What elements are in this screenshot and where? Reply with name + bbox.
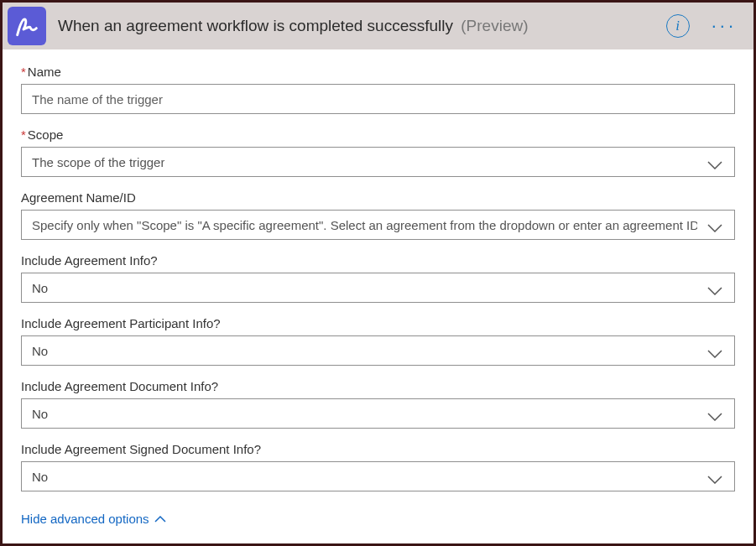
include-document-select[interactable]: No xyxy=(21,398,735,429)
scope-label: *Scope xyxy=(21,127,735,142)
info-button[interactable]: i xyxy=(666,14,690,38)
more-menu-button[interactable]: ··· xyxy=(708,15,740,37)
include-info-select[interactable]: No xyxy=(21,273,735,303)
include-participant-label: Include Agreement Participant Info? xyxy=(21,316,735,330)
form-body: *Name *Scope The scope of the trigger Ag… xyxy=(3,49,753,535)
title-text: When an agreement workflow is completed … xyxy=(58,17,453,34)
adobe-sign-icon xyxy=(8,7,46,45)
chevron-down-icon xyxy=(707,409,722,418)
name-label: *Name xyxy=(21,65,735,79)
field-include-document: Include Agreement Document Info? No xyxy=(21,379,735,429)
card-header: When an agreement workflow is completed … xyxy=(3,3,753,49)
include-participant-select[interactable]: No xyxy=(21,335,735,366)
chevron-down-icon xyxy=(707,472,722,481)
name-input[interactable] xyxy=(21,84,735,114)
hide-advanced-options-link[interactable]: Hide advanced options xyxy=(21,512,166,526)
include-signed-label: Include Agreement Signed Document Info? xyxy=(21,442,735,456)
chevron-down-icon xyxy=(707,346,722,355)
chevron-up-icon xyxy=(154,515,166,523)
field-name: *Name xyxy=(21,65,735,114)
field-scope: *Scope The scope of the trigger xyxy=(21,127,735,177)
include-info-label: Include Agreement Info? xyxy=(21,253,735,268)
field-include-signed: Include Agreement Signed Document Info? … xyxy=(21,442,735,491)
field-agreement: Agreement Name/ID Specify only when "Sco… xyxy=(21,190,735,240)
agreement-label: Agreement Name/ID xyxy=(21,190,735,205)
title-suffix: (Preview) xyxy=(461,17,528,34)
agreement-select[interactable]: Specify only when "Scope" is "A specific… xyxy=(21,210,735,240)
scope-select[interactable]: The scope of the trigger xyxy=(21,147,735,177)
include-signed-select[interactable]: No xyxy=(21,461,735,491)
chevron-down-icon xyxy=(707,221,722,229)
include-document-label: Include Agreement Document Info? xyxy=(21,379,735,393)
chevron-down-icon xyxy=(707,158,722,166)
card-title: When an agreement workflow is completed … xyxy=(58,17,666,35)
chevron-down-icon xyxy=(707,283,722,292)
field-include-info: Include Agreement Info? No xyxy=(21,253,735,303)
field-include-participant: Include Agreement Participant Info? No xyxy=(21,316,735,366)
